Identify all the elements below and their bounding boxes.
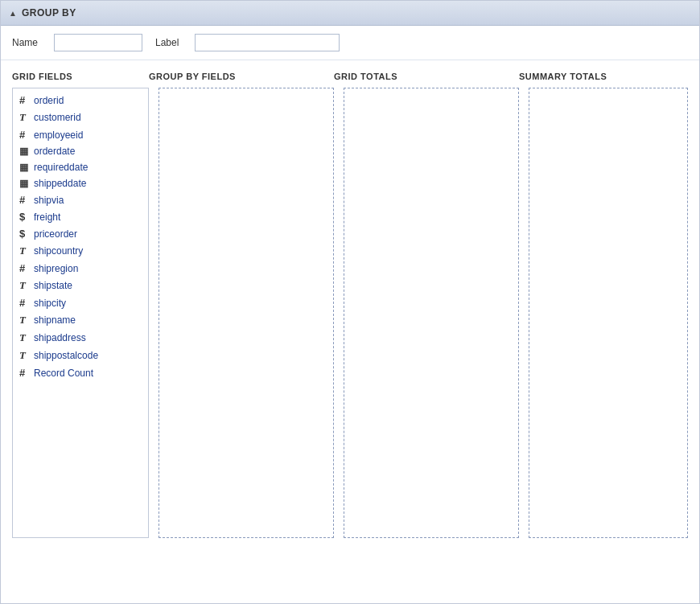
- dollar-icon: $: [19, 228, 34, 240]
- list-item[interactable]: ▦requireddate: [13, 159, 148, 175]
- text-icon: T: [19, 331, 34, 344]
- date-icon: ▦: [19, 162, 34, 173]
- list-item[interactable]: #shipregion: [13, 260, 148, 277]
- field-name-label: priceorder: [34, 228, 77, 240]
- hash-icon: #: [19, 194, 34, 206]
- field-name-label: shipname: [34, 314, 76, 326]
- group-by-title: GROUP BY: [22, 7, 76, 18]
- list-item[interactable]: #shipcity: [13, 294, 148, 311]
- date-icon: ▦: [19, 146, 34, 157]
- group-by-fields-header: GROUP BY FIELDS: [149, 72, 334, 81]
- field-name-label: customerid: [34, 112, 81, 123]
- text-icon: T: [19, 279, 34, 292]
- columns-section: GRID FIELDS GROUP BY FIELDS GRID TOTALS …: [1, 60, 699, 549]
- grid-totals-panel[interactable]: [344, 88, 519, 538]
- field-name-label: shipcountry: [34, 245, 83, 257]
- field-name-label: employeeid: [34, 129, 83, 141]
- field-name-label: orderdate: [34, 146, 75, 157]
- list-item[interactable]: Tshippostalcode: [13, 347, 148, 364]
- list-item[interactable]: Tshipaddress: [13, 329, 148, 347]
- hash-icon: #: [19, 262, 34, 274]
- list-item[interactable]: $priceorder: [13, 225, 148, 242]
- field-name-label: Record Count: [34, 368, 93, 379]
- field-name-label: shippeddate: [34, 178, 86, 189]
- hash-icon: #: [19, 94, 34, 106]
- text-icon: T: [19, 111, 34, 124]
- list-item[interactable]: #shipvia: [13, 191, 148, 208]
- list-item[interactable]: ▦shippeddate: [13, 175, 148, 191]
- hash-icon: #: [19, 129, 34, 141]
- columns-header-row: GRID FIELDS GROUP BY FIELDS GRID TOTALS …: [12, 72, 688, 81]
- list-item[interactable]: ▦orderdate: [13, 143, 148, 159]
- grid-totals-header: GRID TOTALS: [334, 72, 519, 81]
- list-item[interactable]: Tshipname: [13, 311, 148, 329]
- label-label: Label: [155, 37, 179, 48]
- group-by-header: ▲ GROUP BY: [1, 1, 699, 26]
- list-item[interactable]: Tshipstate: [13, 277, 148, 294]
- field-name-label: shipregion: [34, 263, 78, 274]
- grid-fields-header: GRID FIELDS: [12, 72, 149, 81]
- field-name-label: shipcity: [34, 298, 66, 309]
- label-input[interactable]: [195, 34, 340, 51]
- field-name-label: shipstate: [34, 280, 72, 291]
- field-name-label: freight: [34, 212, 60, 223]
- text-icon: T: [19, 314, 34, 327]
- list-item[interactable]: #Record Count: [13, 364, 148, 381]
- list-item[interactable]: #employeeid: [13, 126, 148, 143]
- main-container: ▲ GROUP BY Name Label GRID FIELDS GROUP …: [0, 0, 700, 604]
- grid-fields-panel: #orderidTcustomerid#employeeid▦orderdate…: [12, 88, 149, 538]
- field-name-label: orderid: [34, 95, 64, 106]
- list-item[interactable]: #orderid: [13, 92, 148, 109]
- summary-totals-panel[interactable]: [529, 88, 688, 538]
- columns-body-row: #orderidTcustomerid#employeeid▦orderdate…: [12, 88, 688, 538]
- name-label-row: Name Label: [1, 26, 699, 60]
- list-item[interactable]: $freight: [13, 208, 148, 225]
- hash-icon: #: [19, 367, 34, 379]
- text-icon: T: [19, 244, 34, 257]
- field-name-label: requireddate: [34, 162, 88, 173]
- list-item[interactable]: Tshipcountry: [13, 242, 148, 260]
- list-item[interactable]: Tcustomerid: [13, 109, 148, 126]
- hash-icon: #: [19, 297, 34, 309]
- field-name-label: shippostalcode: [34, 350, 98, 361]
- name-input[interactable]: [54, 34, 142, 51]
- field-name-label: shipaddress: [34, 332, 86, 343]
- date-icon: ▦: [19, 178, 34, 189]
- field-name-label: shipvia: [34, 195, 64, 206]
- collapse-icon[interactable]: ▲: [9, 9, 17, 18]
- dollar-icon: $: [19, 211, 34, 223]
- text-icon: T: [19, 349, 34, 362]
- name-label: Name: [12, 37, 38, 48]
- summary-totals-header: SUMMARY TOTALS: [519, 72, 688, 81]
- group-by-fields-panel[interactable]: [159, 88, 334, 538]
